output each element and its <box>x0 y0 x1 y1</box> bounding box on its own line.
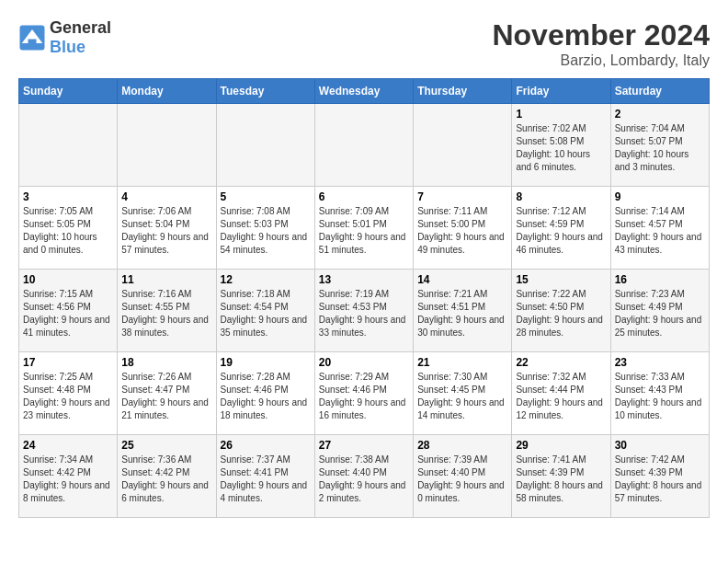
title-section: November 2024 Barzio, Lombardy, Italy <box>492 18 710 69</box>
day-info: Sunrise: 7:30 AM Sunset: 4:45 PM Dayligh… <box>417 371 507 422</box>
day-info: Sunrise: 7:19 AM Sunset: 4:53 PM Dayligh… <box>319 288 409 339</box>
day-info: Sunrise: 7:15 AM Sunset: 4:56 PM Dayligh… <box>23 288 113 339</box>
calendar-cell: 8Sunrise: 7:12 AM Sunset: 4:59 PM Daylig… <box>512 187 610 270</box>
day-info: Sunrise: 7:14 AM Sunset: 4:57 PM Dayligh… <box>615 205 705 257</box>
calendar-cell: 14Sunrise: 7:21 AM Sunset: 4:51 PM Dayli… <box>414 270 512 352</box>
day-number: 7 <box>417 190 507 203</box>
calendar-cell <box>118 104 216 187</box>
logo-blue: Blue <box>50 38 85 56</box>
day-info: Sunrise: 7:23 AM Sunset: 4:49 PM Dayligh… <box>615 288 705 339</box>
calendar-cell: 22Sunrise: 7:32 AM Sunset: 4:44 PM Dayli… <box>512 352 610 435</box>
day-info: Sunrise: 7:26 AM Sunset: 4:47 PM Dayligh… <box>121 371 211 422</box>
calendar-cell <box>414 104 512 187</box>
weekday-header: Wednesday <box>314 79 413 104</box>
day-info: Sunrise: 7:33 AM Sunset: 4:43 PM Dayligh… <box>615 371 705 422</box>
day-info: Sunrise: 7:16 AM Sunset: 4:55 PM Dayligh… <box>121 288 211 339</box>
day-number: 5 <box>221 190 311 203</box>
day-number: 16 <box>615 273 705 286</box>
day-number: 13 <box>319 273 409 286</box>
calendar-cell: 20Sunrise: 7:29 AM Sunset: 4:46 PM Dayli… <box>314 352 413 435</box>
page-header: General Blue November 2024 Barzio, Lomba… <box>18 18 710 69</box>
day-info: Sunrise: 7:25 AM Sunset: 4:48 PM Dayligh… <box>23 371 113 422</box>
weekday-header: Thursday <box>414 79 512 104</box>
calendar-cell: 13Sunrise: 7:19 AM Sunset: 4:53 PM Dayli… <box>314 270 413 352</box>
day-number: 8 <box>516 190 606 203</box>
calendar-cell: 26Sunrise: 7:37 AM Sunset: 4:41 PM Dayli… <box>216 435 314 518</box>
day-number: 18 <box>121 356 211 369</box>
day-number: 4 <box>121 190 211 203</box>
day-info: Sunrise: 7:02 AM Sunset: 5:08 PM Dayligh… <box>516 122 606 174</box>
day-number: 25 <box>121 439 211 452</box>
weekday-header: Friday <box>512 79 610 104</box>
day-number: 15 <box>516 273 606 286</box>
day-info: Sunrise: 7:11 AM Sunset: 5:00 PM Dayligh… <box>417 205 507 257</box>
calendar-cell: 19Sunrise: 7:28 AM Sunset: 4:46 PM Dayli… <box>216 352 314 435</box>
calendar-cell: 7Sunrise: 7:11 AM Sunset: 5:00 PM Daylig… <box>414 187 512 270</box>
day-number: 27 <box>319 439 409 452</box>
day-info: Sunrise: 7:12 AM Sunset: 4:59 PM Dayligh… <box>516 205 606 257</box>
day-number: 21 <box>417 356 507 369</box>
day-number: 30 <box>615 439 705 452</box>
calendar-cell: 9Sunrise: 7:14 AM Sunset: 4:57 PM Daylig… <box>610 187 709 270</box>
calendar-cell: 28Sunrise: 7:39 AM Sunset: 4:40 PM Dayli… <box>414 435 512 518</box>
day-number: 6 <box>319 190 409 203</box>
calendar-table: SundayMondayTuesdayWednesdayThursdayFrid… <box>18 78 710 518</box>
calendar-cell: 12Sunrise: 7:18 AM Sunset: 4:54 PM Dayli… <box>216 270 314 352</box>
calendar-cell: 16Sunrise: 7:23 AM Sunset: 4:49 PM Dayli… <box>610 270 709 352</box>
calendar-cell: 21Sunrise: 7:30 AM Sunset: 4:45 PM Dayli… <box>414 352 512 435</box>
day-number: 26 <box>221 439 311 452</box>
month-title: November 2024 <box>492 18 710 52</box>
day-number: 9 <box>615 190 705 203</box>
day-number: 24 <box>23 439 113 452</box>
calendar-cell: 17Sunrise: 7:25 AM Sunset: 4:48 PM Dayli… <box>19 352 118 435</box>
calendar-cell: 27Sunrise: 7:38 AM Sunset: 4:40 PM Dayli… <box>314 435 413 518</box>
logo: General Blue <box>18 18 111 57</box>
day-info: Sunrise: 7:34 AM Sunset: 4:42 PM Dayligh… <box>23 454 113 505</box>
weekday-header: Saturday <box>610 79 709 104</box>
calendar-cell <box>216 104 314 187</box>
location-title: Barzio, Lombardy, Italy <box>492 52 710 69</box>
calendar-cell: 11Sunrise: 7:16 AM Sunset: 4:55 PM Dayli… <box>118 270 216 352</box>
weekday-header: Monday <box>118 79 216 104</box>
day-info: Sunrise: 7:22 AM Sunset: 4:50 PM Dayligh… <box>516 288 606 339</box>
day-number: 11 <box>121 273 211 286</box>
day-number: 17 <box>23 356 113 369</box>
day-info: Sunrise: 7:37 AM Sunset: 4:41 PM Dayligh… <box>221 454 311 505</box>
weekday-header: Tuesday <box>216 79 314 104</box>
calendar-cell: 3Sunrise: 7:05 AM Sunset: 5:05 PM Daylig… <box>19 187 118 270</box>
calendar-cell <box>19 104 118 187</box>
day-info: Sunrise: 7:36 AM Sunset: 4:42 PM Dayligh… <box>121 454 211 505</box>
day-info: Sunrise: 7:08 AM Sunset: 5:03 PM Dayligh… <box>221 205 311 257</box>
day-info: Sunrise: 7:32 AM Sunset: 4:44 PM Dayligh… <box>516 371 606 422</box>
day-info: Sunrise: 7:18 AM Sunset: 4:54 PM Dayligh… <box>221 288 311 339</box>
calendar-cell: 4Sunrise: 7:06 AM Sunset: 5:04 PM Daylig… <box>118 187 216 270</box>
day-number: 19 <box>221 356 311 369</box>
day-info: Sunrise: 7:09 AM Sunset: 5:01 PM Dayligh… <box>319 205 409 257</box>
calendar-cell: 18Sunrise: 7:26 AM Sunset: 4:47 PM Dayli… <box>118 352 216 435</box>
calendar-cell: 2Sunrise: 7:04 AM Sunset: 5:07 PM Daylig… <box>610 104 709 187</box>
day-info: Sunrise: 7:04 AM Sunset: 5:07 PM Dayligh… <box>615 122 705 174</box>
calendar-cell: 29Sunrise: 7:41 AM Sunset: 4:39 PM Dayli… <box>512 435 610 518</box>
day-number: 10 <box>23 273 113 286</box>
logo-icon <box>18 24 46 52</box>
svg-rect-2 <box>28 40 37 45</box>
day-number: 29 <box>516 439 606 452</box>
calendar-cell: 24Sunrise: 7:34 AM Sunset: 4:42 PM Dayli… <box>19 435 118 518</box>
day-number: 22 <box>516 356 606 369</box>
day-info: Sunrise: 7:21 AM Sunset: 4:51 PM Dayligh… <box>417 288 507 339</box>
day-info: Sunrise: 7:05 AM Sunset: 5:05 PM Dayligh… <box>23 205 113 257</box>
calendar-cell <box>314 104 413 187</box>
day-number: 1 <box>516 108 606 121</box>
day-number: 3 <box>23 190 113 203</box>
day-number: 12 <box>221 273 311 286</box>
day-info: Sunrise: 7:38 AM Sunset: 4:40 PM Dayligh… <box>319 454 409 505</box>
calendar-cell: 23Sunrise: 7:33 AM Sunset: 4:43 PM Dayli… <box>610 352 709 435</box>
day-info: Sunrise: 7:28 AM Sunset: 4:46 PM Dayligh… <box>221 371 311 422</box>
calendar-cell: 25Sunrise: 7:36 AM Sunset: 4:42 PM Dayli… <box>118 435 216 518</box>
day-number: 28 <box>417 439 507 452</box>
calendar-cell: 1Sunrise: 7:02 AM Sunset: 5:08 PM Daylig… <box>512 104 610 187</box>
calendar-cell: 6Sunrise: 7:09 AM Sunset: 5:01 PM Daylig… <box>314 187 413 270</box>
day-number: 14 <box>417 273 507 286</box>
calendar-cell: 30Sunrise: 7:42 AM Sunset: 4:39 PM Dayli… <box>610 435 709 518</box>
day-info: Sunrise: 7:41 AM Sunset: 4:39 PM Dayligh… <box>516 454 606 505</box>
